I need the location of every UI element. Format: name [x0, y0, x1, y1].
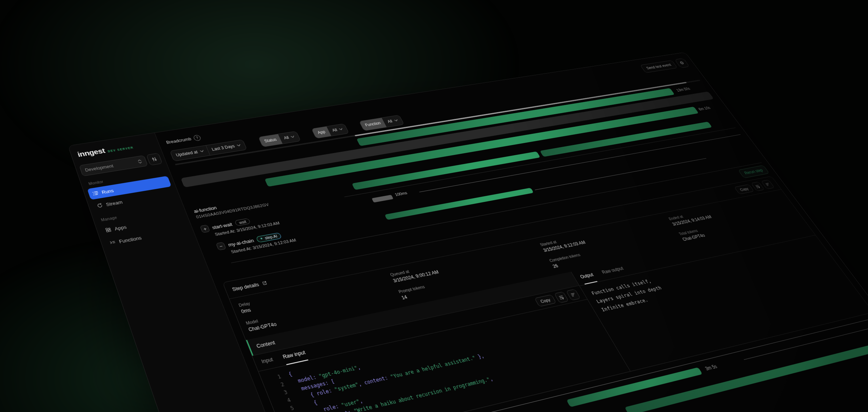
- expand-step-button[interactable]: +: [200, 225, 210, 233]
- breadcrumb-label: Breadcrumb: [165, 137, 192, 145]
- chevron-down-icon: [394, 119, 398, 122]
- environment-select-value: Development: [84, 163, 114, 172]
- sidebar-filter-button[interactable]: [146, 153, 162, 165]
- function-filter-value: All: [387, 119, 393, 124]
- wrap-input-button[interactable]: [554, 291, 569, 303]
- updown-chevron-icon: [137, 159, 143, 164]
- wrap-text-icon: [558, 294, 565, 300]
- content-label: Content: [255, 339, 276, 349]
- wait-duration-label: 100ms: [394, 191, 408, 197]
- sidebar-item-stream-label: Stream: [105, 199, 123, 207]
- copy-details-button[interactable]: Copy: [734, 184, 754, 194]
- time-range-value: Last 3 Days: [211, 144, 235, 152]
- tab-input[interactable]: Input: [259, 352, 276, 370]
- inngest-logo: inngest: [76, 147, 106, 159]
- breadcrumb: Breadcrumb ?: [165, 135, 201, 145]
- chevron-down-icon: [200, 150, 204, 152]
- chevron-down-icon: [339, 128, 343, 130]
- format-input-button[interactable]: [566, 289, 581, 300]
- run-duration-label-2: 6m 10s: [697, 106, 711, 111]
- external-link-icon[interactable]: [261, 280, 268, 286]
- sliders-icon: [151, 156, 158, 162]
- wait-duration-bar[interactable]: [372, 195, 394, 203]
- chevron-down-icon: [291, 136, 295, 138]
- align-left-icon: [570, 292, 577, 297]
- apps-grid-icon: [105, 227, 112, 233]
- runs-icon: [92, 190, 99, 196]
- step-ai-badge-label: step.AI: [264, 234, 278, 240]
- wait-badge: wait: [234, 218, 251, 226]
- dev-server-badge: DEV SERVER: [107, 146, 134, 153]
- send-test-event-button[interactable]: Send test event: [640, 60, 678, 73]
- sidebar-item-runs-label: Runs: [101, 188, 115, 195]
- wrap-text-icon: [754, 184, 761, 189]
- tab-output[interactable]: Output: [577, 268, 597, 285]
- run-duration-label-1: 13m 50s: [675, 87, 691, 92]
- status-filter-value: All: [283, 135, 290, 140]
- sidebar-item-functions-label: Functions: [118, 235, 142, 244]
- copy-input-button[interactable]: Copy: [534, 294, 556, 307]
- help-circle-icon[interactable]: ?: [193, 135, 202, 141]
- step-details-title: Step details: [231, 282, 260, 292]
- sidebar-item-apps-label: Apps: [114, 224, 127, 231]
- updated-at-label: Updated at: [175, 150, 198, 158]
- sparkle-icon: ✦: [259, 237, 264, 241]
- gear-icon: ⚙: [678, 60, 686, 65]
- environment-select[interactable]: Development: [79, 155, 148, 176]
- collapse-step-button[interactable]: −: [216, 242, 226, 250]
- bottom-step-duration-label: 3m 5s: [704, 364, 718, 372]
- step-name: start-wait: [211, 221, 233, 230]
- chevron-down-icon: [237, 144, 241, 146]
- app-filter-value: All: [331, 128, 338, 133]
- align-left-icon: [765, 182, 771, 187]
- stream-refresh-icon: [96, 203, 103, 208]
- functions-list-icon: [109, 240, 117, 246]
